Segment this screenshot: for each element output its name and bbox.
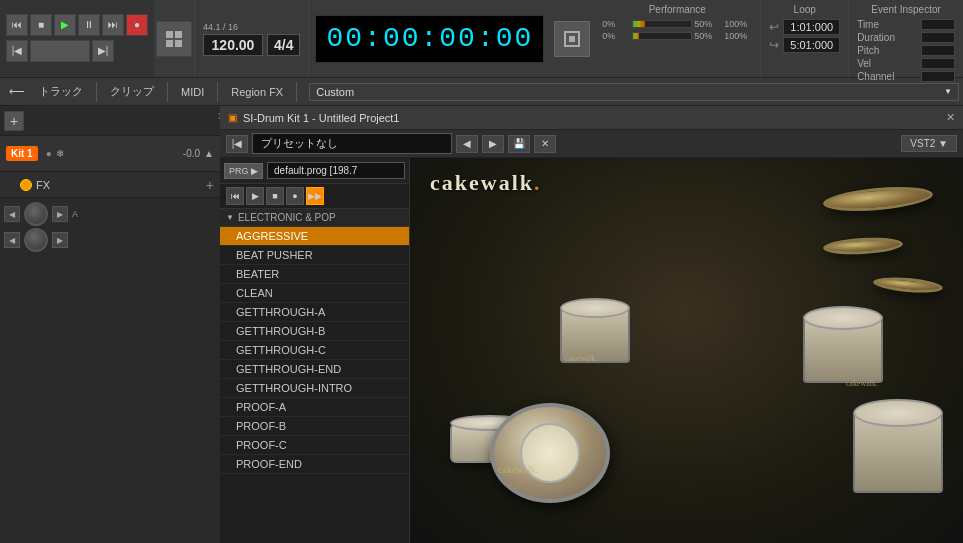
record-button[interactable]: ● [126, 14, 148, 36]
pitch-label: Pitch [857, 45, 917, 56]
perf-pct-1c: 100% [724, 19, 752, 29]
bass-drum-body [490, 403, 610, 503]
add-track-button[interactable]: + [4, 111, 24, 131]
kit-db: -0.0 [183, 148, 200, 159]
loop-record-button[interactable] [554, 21, 590, 57]
cakewalk-logo-tom1: cakewalk. [565, 351, 597, 363]
sl-title: SI-Drum Kit 1 - Untitled Project1 [243, 112, 400, 124]
pan-knob[interactable] [24, 228, 48, 252]
preset-item-proof-end[interactable]: PROOF-END [220, 455, 409, 474]
preset-list[interactable]: ▼ ELECTRONIC & POP AGGRESSIVE BEAT PUSHE… [220, 209, 409, 543]
main-area: + Kit 1 ● ❄ -0.0 ▲ FX + ◀ ▶ A [0, 106, 963, 543]
preset-item-beat-pusher[interactable]: BEAT PUSHER [220, 246, 409, 265]
separator-4 [296, 82, 297, 102]
fx-add-button[interactable]: + [206, 177, 214, 193]
sl-window: ▣ SI-Drum Kit 1 - Untitled Project1 ✕ |◀… [220, 106, 963, 543]
preset-item-proof-b[interactable]: PROOF-B [220, 417, 409, 436]
volume-down-button[interactable]: ◀ [4, 206, 20, 222]
position-slider[interactable] [30, 40, 90, 62]
sl-active-button[interactable]: ▶▶ [306, 187, 324, 205]
forward-button[interactable]: ⏭ [102, 14, 124, 36]
tempo-display[interactable]: 120.00 [203, 34, 263, 56]
sl-play-button[interactable]: ▶ [246, 187, 264, 205]
preset-item-getthrough-a[interactable]: GETTHROUGH-A [220, 303, 409, 322]
duration-value[interactable] [921, 32, 955, 43]
category-label: ELECTRONIC & POP [238, 212, 336, 223]
preset-item-getthrough-intro[interactable]: GETTHROUGH-INTRO [220, 379, 409, 398]
tempo-section: 44.1 / 16 120.00 4/4 [194, 0, 309, 77]
sl-next-preset-button[interactable]: ▶ [482, 135, 504, 153]
preset-item-beater[interactable]: BEATER [220, 265, 409, 284]
sl-save-preset-button[interactable]: 💾 [508, 135, 530, 153]
preset-item-proof-c[interactable]: PROOF-C [220, 436, 409, 455]
tempo-row: 44.1 / 16 [203, 22, 300, 32]
fx-power-button[interactable] [20, 179, 32, 191]
prg-display[interactable]: default.prog [198.7 [267, 162, 405, 179]
sl-playback-controls: ⏮ ▶ ■ ● ▶▶ [220, 184, 409, 209]
category-expand-icon: ▼ [226, 213, 234, 222]
bass-drum [490, 403, 610, 503]
play-button[interactable]: ▶ [54, 14, 76, 36]
toolbar-track[interactable]: トラック [34, 81, 88, 102]
loop-start[interactable]: 1:01:000 [783, 19, 840, 35]
kit-freeze-icon[interactable]: ❄ [56, 148, 64, 159]
pause-button[interactable]: ⏸ [78, 14, 100, 36]
pan-control-row: ◀ ▶ [4, 228, 216, 252]
sl-preset-display: プリセットなし [252, 133, 452, 154]
sl-delete-preset-button[interactable]: ✕ [534, 135, 556, 153]
preset-item-getthrough-c[interactable]: GETTHROUGH-C [220, 341, 409, 360]
go-end-button[interactable]: ▶| [92, 40, 114, 62]
transport-btns-row: ⏮ ■ ▶ ⏸ ⏭ ● [6, 14, 148, 36]
loop-icon: ↩ [769, 20, 779, 34]
sl-vst-button[interactable]: VST2 ▼ [901, 135, 957, 152]
custom-dropdown[interactable]: Custom ▼ [309, 83, 959, 101]
preset-item-getthrough-end[interactable]: GETTHROUGH-END [220, 360, 409, 379]
pan-right-button[interactable]: ▶ [52, 232, 68, 248]
time-value[interactable] [921, 19, 955, 30]
preset-item-clean[interactable]: CLEAN [220, 284, 409, 303]
preset-item-getthrough-b[interactable]: GETTHROUGH-B [220, 322, 409, 341]
perf-pct-2c: 100% [724, 31, 752, 41]
sl-stop-button[interactable]: ■ [266, 187, 284, 205]
volume-up-button[interactable]: ▶ [52, 206, 68, 222]
cakewalk-text-tom2: cakewalk. [846, 379, 878, 388]
toolbar-undo[interactable]: ⟵ [4, 82, 30, 101]
perf-pct-2b: 50% [694, 31, 722, 41]
rewind-button[interactable]: ⏮ [6, 14, 28, 36]
loop-end[interactable]: 5:01:000 [783, 37, 840, 53]
toolbar-region-fx[interactable]: Region FX [226, 83, 288, 101]
cakewalk-text-bass: cakewalk. [498, 464, 538, 475]
time-signature[interactable]: 4/4 [267, 34, 300, 56]
kit-power-icon[interactable]: ● [46, 148, 52, 159]
kit-row: Kit 1 ● ❄ -0.0 ▲ [0, 136, 220, 172]
separator-3 [217, 82, 218, 102]
custom-label: Custom [316, 86, 354, 98]
volume-knob[interactable] [24, 202, 48, 226]
sl-play-back-button[interactable]: ⏮ [226, 187, 244, 205]
toolbar-midi[interactable]: MIDI [176, 83, 209, 101]
pan-left-button[interactable]: ◀ [4, 232, 20, 248]
go-start-button[interactable]: |◀ [6, 40, 28, 62]
grid-icon[interactable] [156, 21, 192, 57]
sl-prev-preset-button[interactable]: ◀ [456, 135, 478, 153]
performance-title: Performance [602, 4, 752, 15]
stop-button[interactable]: ■ [30, 14, 52, 36]
preset-item-aggressive[interactable]: AGGRESSIVE [220, 227, 409, 246]
prg-button[interactable]: PRG ▶ [224, 163, 263, 179]
vel-label: Vel [857, 58, 917, 69]
sl-left-nav-button[interactable]: |◀ [226, 135, 248, 153]
toolbar-clip[interactable]: クリップ [105, 81, 159, 102]
controls-area: ◀ ▶ A ◀ ▶ [0, 198, 220, 375]
pitch-value[interactable] [921, 45, 955, 56]
drumkit-panel: cakewalk. [410, 158, 963, 543]
kit-expand-icon[interactable]: ▲ [204, 148, 214, 159]
vol-label: A [72, 209, 78, 219]
track-area: + Kit 1 ● ❄ -0.0 ▲ FX + ◀ ▶ A [0, 106, 220, 543]
sl-record-button[interactable]: ● [286, 187, 304, 205]
preset-category-electronic[interactable]: ▼ ELECTRONIC & POP [220, 209, 409, 227]
cakewalk-logo: cakewalk. [430, 170, 542, 196]
preset-item-proof-a[interactable]: PROOF-A [220, 398, 409, 417]
channel-value[interactable] [921, 71, 955, 82]
vel-value[interactable] [921, 58, 955, 69]
sl-close-button[interactable]: ✕ [946, 111, 955, 124]
